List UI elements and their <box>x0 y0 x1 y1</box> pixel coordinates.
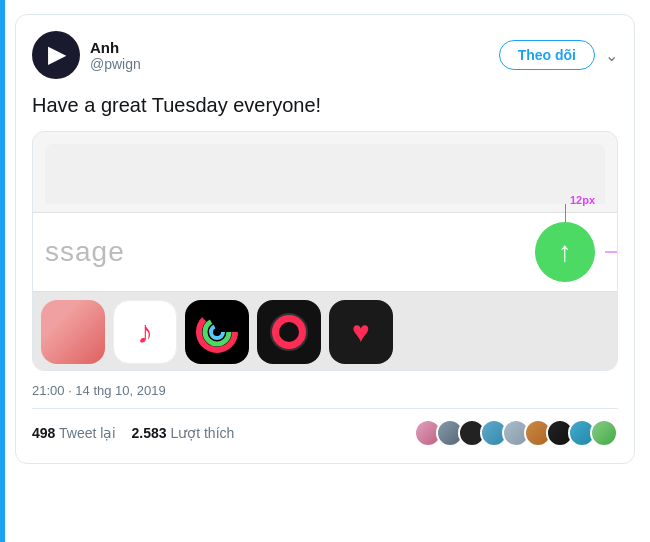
image-top-bar <box>45 144 605 204</box>
svg-point-1 <box>205 320 229 344</box>
liker-avatar-9 <box>590 419 618 447</box>
tweet-stats: 498 Tweet lại 2.583 Lượt thích <box>32 419 618 447</box>
svg-point-4 <box>279 322 299 342</box>
username: @pwign <box>90 56 141 72</box>
app-icon-music: ♪ <box>113 300 177 364</box>
like-stat: 2.583 Lượt thích <box>131 425 234 441</box>
app-icon-heart: ♥ <box>329 300 393 364</box>
app-icon-activity <box>185 300 249 364</box>
dark-icon-svg <box>265 308 313 356</box>
app-icon-person <box>41 300 105 364</box>
likers-avatars <box>414 419 618 447</box>
header-right: Theo dõi ⌄ <box>499 40 618 70</box>
music-note-icon: ♪ <box>137 314 153 351</box>
avatar-letter: ▶ <box>48 42 65 68</box>
retweet-stat: 498 Tweet lại <box>32 425 115 441</box>
image-middle: ssage 12px ↑ 9px <box>33 212 617 292</box>
like-count: 2.583 <box>131 425 166 441</box>
app-icon-dark <box>257 300 321 364</box>
tweet-timestamp: 21:00 · 14 thg 10, 2019 <box>32 383 618 398</box>
chevron-down-icon[interactable]: ⌄ <box>605 46 618 65</box>
tweet-card: ▶ Anh @pwign Theo dõi ⌄ Have a great Tue… <box>15 14 635 464</box>
activity-rings-svg <box>193 308 241 356</box>
tweet-image: ssage 12px ↑ 9px ♪ <box>32 131 618 371</box>
avatar[interactable]: ▶ <box>32 31 80 79</box>
measurement-line-horizontal <box>605 252 618 253</box>
like-label: Lượt thích <box>170 425 234 441</box>
stats-divider <box>32 408 618 409</box>
user-info: ▶ Anh @pwign <box>32 31 141 79</box>
tweet-text: Have a great Tuesday everyone! <box>32 91 618 119</box>
upload-arrow-icon: ↑ <box>558 238 572 266</box>
follow-button[interactable]: Theo dõi <box>499 40 595 70</box>
svg-point-2 <box>211 326 223 338</box>
display-name: Anh <box>90 39 141 56</box>
ssage-label: ssage <box>45 236 125 268</box>
retweet-label: Tweet lại <box>59 425 115 441</box>
heart-icon: ♥ <box>352 315 370 349</box>
measurement-line-vertical <box>565 204 566 222</box>
left-accent-bar <box>0 0 5 542</box>
upload-circle[interactable]: ↑ <box>535 222 595 282</box>
retweet-count: 498 <box>32 425 55 441</box>
user-names: Anh @pwign <box>90 39 141 72</box>
image-bottom: ♪ ♥ <box>33 292 617 371</box>
tweet-header: ▶ Anh @pwign Theo dõi ⌄ <box>32 31 618 79</box>
upload-button-area: 12px ↑ 9px <box>535 222 595 282</box>
measurement-label-12px: 12px <box>570 194 595 206</box>
